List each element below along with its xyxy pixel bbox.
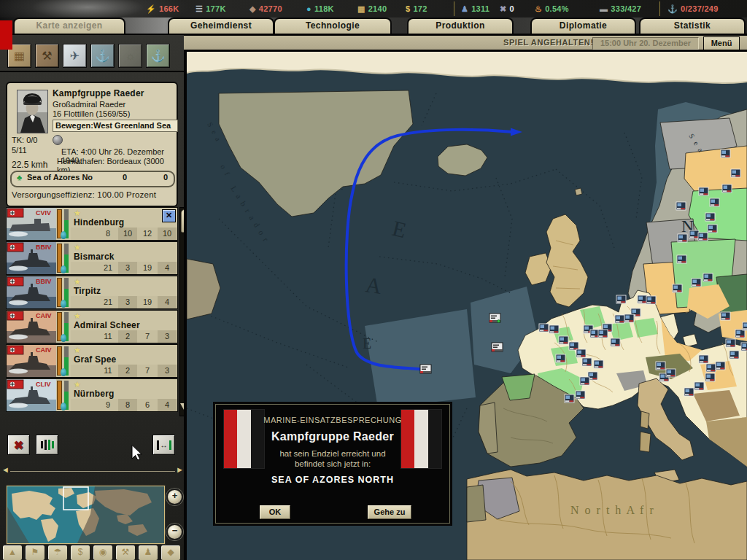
land-unit-counter[interactable] <box>726 339 735 347</box>
mapmode-manpower-button[interactable]: ♟ <box>138 545 158 560</box>
dialog-body-line1: hat sein Endziel erreicht und <box>214 449 452 458</box>
land-unit-counter[interactable] <box>721 149 730 158</box>
land-unit-counter[interactable] <box>666 369 676 377</box>
land-unit-counter[interactable] <box>689 230 699 238</box>
land-unit-counter[interactable] <box>624 314 634 322</box>
land-unit-counter[interactable] <box>705 373 715 381</box>
ok-button[interactable]: OK <box>260 505 290 519</box>
reorganize-button[interactable] <box>36 435 58 455</box>
naval-units-button[interactable]: ⚓ <box>90 44 115 68</box>
land-unit-counter[interactable] <box>741 343 747 351</box>
land-unit-counter[interactable] <box>582 358 592 366</box>
land-unit-counter[interactable] <box>576 391 585 399</box>
fleet-ship-hindenburg[interactable]: CVIV★Hindenburg8101210✕ <box>6 207 178 241</box>
land-unit-counter[interactable] <box>708 225 717 233</box>
fleet-ship-bismarck[interactable]: BBIV★Bismarck213194 <box>6 241 178 275</box>
land-unit-counter[interactable] <box>705 213 715 221</box>
divider <box>10 471 175 472</box>
land-unit-counter[interactable] <box>638 295 647 303</box>
fleet-ship-admiral-scheer[interactable]: CAIV★Admiral Scheer11273 <box>6 310 178 343</box>
tab-diplomatie[interactable]: Diplomatie <box>530 18 636 34</box>
land-unit-counter[interactable] <box>616 295 626 303</box>
dialog-body-line2: befindet sich jetzt in: <box>214 459 452 468</box>
unit-commander: Großadmiral Raeder <box>53 100 125 109</box>
map-label: A <box>364 272 384 298</box>
land-unit-counter[interactable] <box>698 233 708 241</box>
world-minimap[interactable] <box>7 486 165 544</box>
scroll-right-arrow[interactable]: ► <box>176 465 184 474</box>
land-unit-counter[interactable] <box>673 284 682 292</box>
land-unit-counter[interactable] <box>699 355 708 363</box>
fleet-counter[interactable] <box>420 365 431 373</box>
land-unit-counter[interactable] <box>615 315 624 323</box>
land-unit-counter[interactable] <box>699 187 708 195</box>
fleet-counter[interactable] <box>492 343 503 351</box>
fleet-ship-nürnberg[interactable]: CLIV★Nürnberg9864 <box>6 378 178 412</box>
land-unit-counter[interactable] <box>731 169 740 177</box>
fleet-ship-tirpitz[interactable]: BBIV★Tirpitz213194 <box>6 276 178 309</box>
mission-value-2: 0 <box>163 172 168 183</box>
tab-statistik[interactable]: Statistik <box>639 18 746 34</box>
land-unit-counter[interactable] <box>646 296 656 304</box>
land-unit-counter[interactable] <box>735 330 745 338</box>
zoom-in-button[interactable]: + <box>166 489 183 505</box>
tab-geheimdienst[interactable]: Geheimdienst <box>168 18 274 34</box>
land-unit-counter[interactable] <box>694 382 704 390</box>
mapmode-diplomacy-button[interactable]: ◆ <box>160 545 181 560</box>
mission-bar[interactable]: ♣ Sea of Azores No 0 0 <box>10 171 175 187</box>
land-unit-counter[interactable] <box>743 322 747 330</box>
land-unit-counter[interactable] <box>656 362 665 370</box>
land-unit-counter[interactable] <box>594 360 603 368</box>
land-unit-counter[interactable] <box>580 377 589 385</box>
fleet-counter[interactable] <box>489 314 500 323</box>
money-icon: $ <box>406 0 410 18</box>
land-unit-counter[interactable] <box>549 325 559 333</box>
mapmode-terrain-button[interactable]: ▲ <box>2 545 23 560</box>
air-units-button[interactable]: ✈ <box>63 44 87 68</box>
land-unit-counter[interactable] <box>692 279 701 287</box>
land-unit-counter[interactable] <box>539 324 549 332</box>
fleet-ship-graf-spee[interactable]: CAIV★Graf Spee11273 <box>6 344 178 378</box>
svg-text:CAIV: CAIV <box>36 312 52 319</box>
land-unit-counter[interactable] <box>556 354 565 362</box>
land-unit-counter[interactable] <box>678 234 687 242</box>
land-unit-counter[interactable] <box>611 338 620 346</box>
fleet-list: CVIV★Hindenburg8101210✕BBIV★Bismarck2131… <box>6 207 178 413</box>
tab-karte-anzeigen[interactable]: Karte anzeigen <box>13 18 125 34</box>
menu-button[interactable]: Menü <box>703 36 740 50</box>
deselect-ship-button[interactable]: ✕ <box>162 209 176 222</box>
land-unit-counter[interactable] <box>703 273 713 281</box>
resource-dissent: ♨0.54% <box>535 0 569 18</box>
bar-icon <box>41 441 43 448</box>
mapmode-resources-button[interactable]: ◉ <box>93 545 113 560</box>
land-unit-counter[interactable] <box>710 198 719 206</box>
land-unit-counter[interactable] <box>721 312 730 320</box>
mapmode-political-button[interactable]: ⚑ <box>25 545 45 560</box>
mapmode-partisan-button[interactable]: ⚒ <box>115 545 136 560</box>
mapmode-weather-button[interactable]: ☂ <box>47 545 68 560</box>
land-unit-counter[interactable] <box>565 394 574 402</box>
land-unit-counter[interactable] <box>684 388 694 396</box>
sea-zone-azores-north[interactable] <box>365 309 476 408</box>
mapmode-economy-button[interactable]: $ <box>70 545 90 560</box>
convoys-button[interactable]: ⚓ <box>146 44 170 68</box>
land-unit-counter[interactable] <box>729 351 739 359</box>
land-unit-counter[interactable] <box>576 349 586 357</box>
land-unit-counter[interactable] <box>559 336 568 344</box>
tab-technologie[interactable]: Technologie <box>274 18 392 34</box>
disband-button[interactable]: ✖ <box>7 435 30 455</box>
split-merge-button[interactable]: ↔ <box>152 435 175 455</box>
land-unit-counter[interactable] <box>722 184 732 192</box>
land-unit-counter[interactable] <box>706 364 716 372</box>
land-unit-counter[interactable] <box>569 342 578 350</box>
tab-produktion[interactable]: Produktion <box>407 18 514 34</box>
land-unit-counter[interactable] <box>598 330 608 338</box>
land-units-button[interactable]: ⚒ <box>35 44 59 68</box>
map-label: N o r t h A f r <box>570 504 655 516</box>
zoom-out-button[interactable]: − <box>166 524 183 540</box>
scroll-left-arrow[interactable]: ◄ <box>1 465 9 474</box>
land-unit-counter[interactable] <box>676 202 686 210</box>
land-unit-counter[interactable] <box>677 255 686 263</box>
goto-button[interactable]: Gehe zu <box>368 505 411 519</box>
land-unit-counter[interactable] <box>716 362 725 370</box>
